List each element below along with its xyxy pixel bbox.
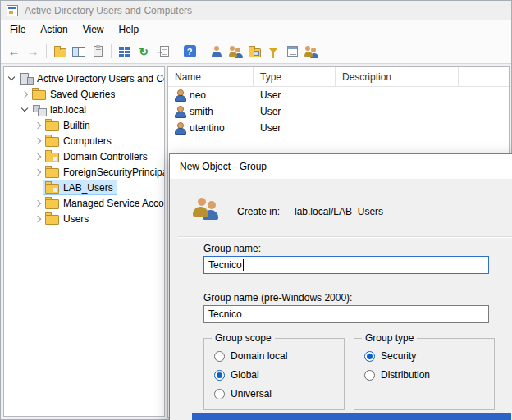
chevron-right-icon[interactable]	[34, 121, 43, 130]
tree-item-label: Saved Queries	[50, 89, 115, 100]
tree-item-label: Managed Service Accounts	[63, 198, 165, 209]
show-hide-console-tree-button[interactable]	[70, 43, 88, 61]
new-object-group-dialog: New Object - Group Create in: lab.local/…	[169, 153, 512, 420]
object-name: utentino	[190, 122, 225, 134]
chevron-right-icon[interactable]	[34, 167, 43, 177]
tree-item-managed-service-accounts[interactable]: Managed Service Accounts	[4, 195, 164, 211]
tree-item-users[interactable]: Users	[4, 211, 164, 226]
chevron-placeholder	[34, 183, 43, 193]
create-ou-button[interactable]	[245, 43, 263, 61]
help-button[interactable]	[181, 43, 199, 61]
properties-button[interactable]	[89, 43, 107, 61]
group-name-input[interactable]: Tecnico	[203, 256, 489, 274]
forward-button[interactable]	[24, 43, 42, 61]
tree-item-label: Active Directory Users and Computers	[37, 73, 165, 84]
view-options-button[interactable]	[283, 43, 301, 61]
folder-icon	[45, 119, 59, 131]
radio-label: Universal	[231, 388, 272, 399]
menu-file[interactable]: File	[2, 21, 33, 39]
tree-item-label: LAB_Users	[63, 182, 113, 194]
toolbar-separator	[176, 44, 176, 58]
find-objects-button[interactable]	[302, 43, 320, 61]
radio-label: Distribution	[381, 369, 430, 381]
forward-icon	[27, 44, 39, 58]
pre2000-name-input[interactable]: Tecnico	[203, 305, 489, 323]
create-user-button[interactable]	[208, 43, 226, 61]
create-ou-icon	[249, 48, 261, 57]
menu-action[interactable]: Action	[33, 21, 75, 39]
column-header-type[interactable]: Type	[254, 67, 336, 86]
toolbar	[1, 39, 511, 64]
tree-item-saved-queries[interactable]: Saved Queries	[4, 86, 164, 102]
radio-label: Domain local	[231, 350, 287, 362]
menu-view[interactable]: View	[75, 21, 112, 39]
toolbar-separator	[203, 44, 203, 58]
chevron-right-icon[interactable]	[34, 214, 43, 224]
dialog-title: New Object - Group	[180, 161, 267, 172]
folder-icon	[32, 88, 46, 100]
set-filter-button[interactable]	[264, 43, 282, 61]
up-one-level-icon	[54, 48, 66, 57]
radio-domain-local[interactable]: Domain local	[214, 350, 287, 362]
chevron-down-icon[interactable]	[7, 74, 17, 84]
menu-help[interactable]: Help	[112, 21, 147, 39]
radio-circle-icon	[364, 351, 375, 362]
radio-circle-icon	[214, 389, 225, 399]
radio-global[interactable]: Global	[214, 369, 259, 381]
folder-icon	[45, 197, 59, 209]
tree-item-lab-users[interactable]: LAB_Users	[4, 180, 164, 195]
up-one-level-button[interactable]	[51, 43, 69, 61]
group-name-value: Tecnico	[208, 259, 242, 271]
ou-icon	[45, 150, 59, 162]
object-name: neo	[190, 89, 206, 101]
tree-item-domain-controllers[interactable]: Domain Controllers	[4, 148, 164, 164]
domain-icon	[32, 103, 46, 116]
radio-label: Global	[231, 369, 259, 381]
radio-distribution[interactable]: Distribution	[364, 369, 430, 381]
folder-icon	[45, 135, 59, 147]
radio-universal[interactable]: Universal	[214, 388, 272, 399]
list-header: Name Type Description	[168, 67, 509, 87]
object-type: User	[254, 122, 336, 134]
group-type-legend: Group type	[362, 332, 417, 344]
column-header-name[interactable]: Name	[168, 67, 254, 86]
list-row-utentino[interactable]: utentino User	[168, 120, 509, 136]
radio-circle-icon	[214, 351, 225, 362]
tree-item-label: ForeignSecurityPrincipals	[63, 167, 165, 178]
chevron-right-icon[interactable]	[34, 136, 43, 146]
toolbar-separator	[111, 44, 112, 58]
radio-security[interactable]: Security	[364, 350, 416, 362]
create-group-button[interactable]	[226, 43, 245, 61]
chevron-right-icon[interactable]	[34, 152, 43, 162]
find-objects-icon	[304, 46, 318, 57]
chevron-down-icon[interactable]	[21, 105, 30, 115]
back-button[interactable]	[5, 43, 23, 61]
user-icon	[175, 122, 185, 134]
chevron-right-icon[interactable]	[34, 199, 43, 208]
help-icon	[184, 45, 196, 57]
tree-item-foreign-security-principals[interactable]: ForeignSecurityPrincipals	[4, 164, 164, 180]
tree-item-builtin[interactable]: Builtin	[4, 117, 164, 133]
refresh-button[interactable]	[135, 43, 153, 61]
back-icon	[8, 44, 21, 58]
tree-item-label: Builtin	[63, 120, 90, 131]
pre2000-name-label: Group name (pre-Windows 2000):	[203, 292, 352, 304]
tree-item-lab-local[interactable]: lab.local	[4, 102, 164, 117]
tree-item-label: lab.local	[50, 104, 86, 116]
column-header-description[interactable]: Description	[336, 67, 459, 86]
tree-item-label: Computers	[63, 135, 112, 147]
tree-item-ad-root[interactable]: Active Directory Users and Computers	[4, 71, 164, 86]
export-list-button[interactable]	[116, 43, 134, 61]
tree-item-computers[interactable]: Computers	[4, 133, 164, 148]
titlebar: Active Directory Users and Computers	[1, 1, 511, 20]
dialog-titlebar: New Object - Group	[170, 154, 512, 179]
console-tree-panel: Active Directory Users and Computers Sav…	[3, 66, 165, 417]
list-row-neo[interactable]: neo User	[168, 87, 509, 103]
ou-icon	[45, 181, 59, 194]
list-row-smith[interactable]: smith User	[168, 103, 509, 120]
view-options-icon	[287, 46, 298, 57]
taskbar-strip	[192, 413, 511, 420]
move-button[interactable]	[153, 43, 171, 61]
object-name: smith	[190, 106, 213, 117]
chevron-right-icon[interactable]	[21, 89, 30, 99]
